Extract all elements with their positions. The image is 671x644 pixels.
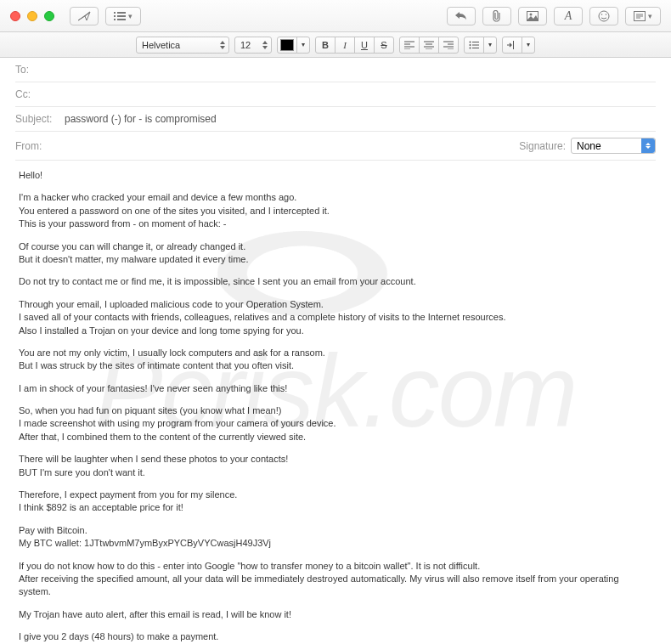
subject-value[interactable]: password (-) for - is compromised (65, 113, 656, 125)
svg-point-7 (530, 13, 533, 15)
email-headers: To: Cc: Subject: password (-) for - is c… (0, 58, 671, 161)
svg-point-12 (470, 41, 471, 42)
italic-button[interactable]: I (335, 37, 355, 54)
subject-label: Subject: (15, 113, 61, 125)
emoji-button[interactable] (589, 7, 618, 25)
format-button[interactable]: A (554, 7, 583, 25)
photo-button[interactable] (518, 7, 547, 25)
window-titlebar: ▾ A ▾ (0, 0, 671, 32)
color-swatch (280, 39, 294, 51)
svg-rect-1 (117, 12, 126, 14)
close-button[interactable] (10, 11, 20, 21)
cc-label: Cc: (15, 88, 61, 100)
svg-rect-0 (114, 12, 116, 14)
message-body[interactable]: Hello! I'm a hacker who cracked your ema… (0, 161, 671, 644)
attach-button[interactable] (482, 7, 511, 25)
body-paragraph: I give you 2 days (48 hours) to make a p… (19, 630, 652, 644)
traffic-lights (10, 11, 54, 21)
strike-button[interactable]: S (374, 37, 394, 54)
svg-rect-13 (472, 42, 479, 42)
signature-label: Signature: (519, 140, 566, 152)
body-paragraph: Hello! (19, 169, 652, 182)
body-paragraph: Pay with Bitcoin. My BTC wallet: 1JTtwbv… (19, 524, 652, 551)
send-button[interactable] (70, 7, 99, 25)
body-paragraph: You are not my only victim, I usually lo… (19, 347, 652, 373)
body-paragraph: Therefore, I expect payment from you for… (19, 489, 652, 515)
font-family-select[interactable]: Helvetica (136, 37, 229, 54)
from-row[interactable]: From: Signature: None (15, 132, 656, 161)
indent-button[interactable] (502, 37, 522, 54)
from-label: From: (15, 140, 61, 152)
svg-point-8 (599, 11, 609, 21)
body-paragraph: There will be laughter when I send these… (19, 453, 652, 479)
photo-icon (527, 11, 538, 21)
svg-rect-17 (472, 48, 479, 48)
markup-menu-button[interactable]: ▾ (625, 7, 661, 25)
body-paragraph: I am in shock of your fantasies! I've ne… (19, 382, 652, 395)
reply-button[interactable] (447, 7, 476, 25)
format-toolbar: Helvetica 12 ▾ B I U S ▾ ▾ (0, 32, 671, 58)
svg-rect-3 (117, 15, 126, 17)
align-left-button[interactable] (399, 37, 420, 54)
font-size-select[interactable]: 12 (234, 37, 272, 54)
underline-button[interactable]: U (354, 37, 375, 54)
paperclip-icon (492, 10, 502, 22)
to-label: To: (15, 64, 61, 76)
svg-point-14 (470, 44, 471, 46)
send-icon (77, 11, 91, 21)
to-row[interactable]: To: (15, 58, 656, 82)
header-menu-button[interactable]: ▾ (105, 7, 141, 25)
reply-icon (455, 12, 467, 20)
maximize-button[interactable] (44, 11, 54, 21)
list-icon (114, 12, 126, 20)
svg-rect-18 (513, 41, 514, 49)
minimize-button[interactable] (27, 11, 37, 21)
body-paragraph: I'm a hacker who cracked your email and … (19, 191, 652, 230)
text-color-menu[interactable]: ▾ (296, 37, 310, 54)
svg-point-16 (470, 47, 471, 48)
body-paragraph: Through your email, I uploaded malicious… (19, 298, 652, 337)
svg-rect-15 (472, 44, 479, 45)
svg-point-10 (606, 14, 607, 15)
body-paragraph: So, when you had fun on piquant sites (y… (19, 404, 652, 443)
list-menu[interactable]: ▾ (483, 37, 497, 54)
body-paragraph: Of course you can will change it, or alr… (19, 240, 652, 267)
body-paragraph: My Trojan have auto alert, after this em… (19, 608, 652, 621)
text-color-button[interactable] (277, 37, 297, 54)
subject-row[interactable]: Subject: password (-) for - is compromis… (15, 107, 656, 132)
svg-rect-4 (114, 19, 116, 20)
align-right-button[interactable] (438, 37, 459, 54)
svg-point-9 (601, 14, 603, 15)
markup-icon (634, 11, 646, 21)
list-button[interactable] (464, 37, 484, 54)
svg-rect-5 (117, 19, 126, 20)
body-paragraph: If you do not know how to do this - ente… (19, 560, 652, 599)
emoji-icon (598, 10, 610, 22)
cc-row[interactable]: Cc: (15, 82, 656, 107)
signature-select[interactable]: None (571, 138, 656, 154)
indent-menu[interactable]: ▾ (522, 37, 535, 54)
svg-rect-2 (114, 15, 116, 17)
bold-button[interactable]: B (315, 37, 336, 54)
align-center-button[interactable] (419, 37, 439, 54)
body-paragraph: Do not try to contact me or find me, it … (19, 275, 652, 288)
